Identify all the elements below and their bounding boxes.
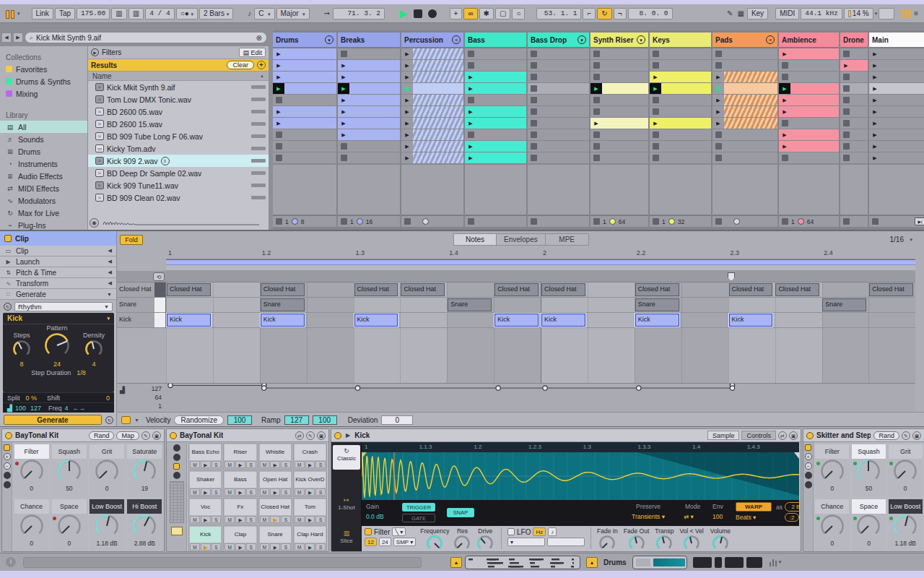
drum-pad-kick[interactable]: KickM▶S [188, 525, 222, 552]
clip-slot[interactable] [650, 129, 711, 141]
pad-play-button[interactable]: ▶ [235, 516, 245, 523]
track-header-pads[interactable]: Pads≡ [712, 33, 777, 48]
clip-slot[interactable] [338, 152, 400, 164]
clip-slot[interactable] [273, 129, 336, 141]
preserve-value[interactable]: Transients ▾ [632, 513, 665, 520]
save-icon[interactable]: ▣ [789, 431, 798, 440]
cpu-caret[interactable]: ▾ [875, 11, 878, 17]
expand-arrow-icon[interactable]: ▼ [107, 292, 112, 297]
file-row-kick-909-tune11-wav[interactable]: ≈Kick 909 Tune11.wav [88, 179, 269, 191]
track-header-drone[interactable]: Drone [840, 33, 868, 48]
remove-variation-icon[interactable]: − [4, 462, 11, 470]
track-stop-button[interactable] [468, 218, 474, 225]
clip-slot[interactable]: ▶ [712, 72, 777, 83]
generator-knob-density[interactable]: Density4 [83, 332, 105, 368]
variation-icon[interactable] [4, 472, 11, 479]
clip-slot[interactable] [401, 83, 463, 95]
library-item-modulators[interactable]: ∿Modulators [0, 194, 87, 207]
pad-mute-button[interactable]: M [295, 516, 305, 523]
macro-filter[interactable]: Filter0 [13, 443, 50, 497]
filter-type-select[interactable]: ╲ ▾ [392, 527, 406, 536]
hot-swap-icon[interactable]: ⇄ [295, 431, 304, 440]
file-row-kick-mkit-synth-9-aif[interactable]: ≈Kick Mkit Synth 9.aif [88, 81, 269, 93]
clip-slot[interactable]: ▶ [779, 48, 839, 60]
tap-tempo-button[interactable]: Tap [55, 8, 75, 20]
track-stop-button[interactable] [531, 218, 537, 225]
clip-slot[interactable]: ▶ [338, 72, 400, 83]
macro-low-boost[interactable]: Low Boost1.18 dB [887, 498, 923, 552]
device-block[interactable] [725, 557, 744, 568]
clip-slot[interactable]: ▶ [465, 83, 526, 95]
pad-play-button[interactable]: ▶ [305, 461, 315, 468]
track-header-drums[interactable]: Drums▾ [273, 33, 336, 48]
clip-slot[interactable]: ▶ [779, 106, 839, 118]
clip-slot[interactable]: ▶ [712, 95, 777, 106]
pad-solo-button[interactable]: S [315, 461, 326, 468]
tab-controls[interactable]: Controls [741, 431, 776, 440]
drum-pad-voc[interactable]: VocM▶S [188, 498, 222, 525]
midi-note-closed-hat[interactable]: Closed Hat [494, 283, 539, 296]
clip-slot[interactable]: ▶ [650, 83, 711, 95]
drum-pad-bass-echo[interactable]: Bass EchoM▶S [188, 443, 222, 470]
edit-icon[interactable]: ✎ [306, 431, 315, 440]
nudge-up-button[interactable]: ▥ [128, 8, 144, 20]
io-section-icon[interactable] [173, 444, 180, 452]
macro-space[interactable]: Space0 [851, 498, 887, 552]
remove-variation-icon[interactable]: − [805, 462, 812, 470]
clip-slot[interactable] [273, 152, 336, 164]
pad-mute-button[interactable]: M [260, 516, 270, 523]
draw-mode-icon[interactable]: ✎ [725, 9, 734, 17]
variation-icon[interactable] [805, 481, 812, 488]
track-header-synth-riser[interactable]: Synth Riser▾ [590, 33, 648, 48]
punch-out-button[interactable]: ¬ [614, 8, 627, 20]
clip-slot[interactable]: ▶ [401, 106, 463, 118]
pad-overview-minimap[interactable] [170, 481, 184, 523]
beat-ruler[interactable]: 11.21.31.422.22.32.4 [166, 248, 915, 259]
device-overview-toggle[interactable]: ▲ [586, 557, 598, 568]
clip-slot[interactable] [528, 152, 589, 164]
pad-play-button[interactable]: ▶ [270, 488, 280, 496]
mode-classic[interactable]: ↻Classic [333, 445, 360, 470]
pad-mute-button[interactable]: M [295, 488, 305, 496]
clip-slot[interactable] [840, 48, 868, 60]
out-fade-out-knob[interactable]: Fade Out358 ms [624, 527, 649, 549]
clip-slot[interactable] [338, 48, 400, 60]
track-stop-button[interactable] [593, 218, 600, 225]
track-stop-button[interactable] [341, 218, 347, 225]
punch-in-button[interactable]: ⌐ [583, 8, 596, 20]
pad-play-button[interactable]: ▶ [305, 543, 315, 551]
clip-slot[interactable]: ▶ [840, 60, 868, 72]
env-value[interactable]: 100 [712, 513, 723, 520]
pad-mute-button[interactable]: M [225, 516, 235, 523]
section-pitch-time[interactable]: ⇅Pitch & Time◀ [0, 267, 116, 278]
tempo-field[interactable]: 175.00 [77, 8, 110, 20]
clip-slot[interactable]: ▶ [401, 48, 463, 60]
pad-solo-button[interactable]: S [212, 516, 222, 523]
pad-play-button[interactable]: ▶ [235, 488, 245, 496]
midi-note-closed-hat[interactable]: Closed Hat [401, 283, 445, 296]
track-header-bass-drop[interactable]: Bass Drop▾ [528, 33, 589, 48]
clip-slot[interactable] [840, 141, 868, 152]
shift-value[interactable]: 0 [106, 394, 110, 402]
pad-solo-button[interactable]: S [315, 516, 326, 523]
clip-slot[interactable]: ▶ [465, 106, 526, 118]
edit-icon[interactable]: ✎ [902, 431, 910, 440]
midi-note-snare[interactable]: Snare [261, 298, 305, 311]
metronome-button[interactable]: ○● ▾ [176, 8, 198, 20]
gain-value[interactable]: 0.0 dB [366, 513, 384, 520]
clip-slot[interactable]: ▶2 [869, 60, 924, 72]
drum-pad-shaker[interactable]: ShakerM▶S [188, 470, 222, 497]
device-block[interactable] [746, 557, 762, 568]
pad-solo-button[interactable]: S [212, 488, 222, 496]
lfo-hz-button[interactable]: Hz [533, 527, 546, 536]
clip-slot[interactable]: ▶ [465, 141, 526, 152]
file-row-kicky-tom-adv[interactable]: ▭Kicky Tom.adv [88, 142, 269, 155]
rack-on-indicator[interactable] [4, 444, 10, 451]
drum-pad-clap-hard[interactable]: Clap HardM▶S [293, 525, 327, 552]
macro-hi-boost[interactable]: Hi Boost2.88 dB [126, 498, 163, 552]
session-record-button[interactable]: ▢ [495, 8, 510, 20]
nudge-down-button[interactable]: ▥ [111, 8, 126, 20]
clip-slot[interactable]: ▶ [465, 152, 526, 164]
clip-slot[interactable]: ▶ [465, 72, 526, 83]
pad-mute-button[interactable]: M [225, 488, 235, 496]
